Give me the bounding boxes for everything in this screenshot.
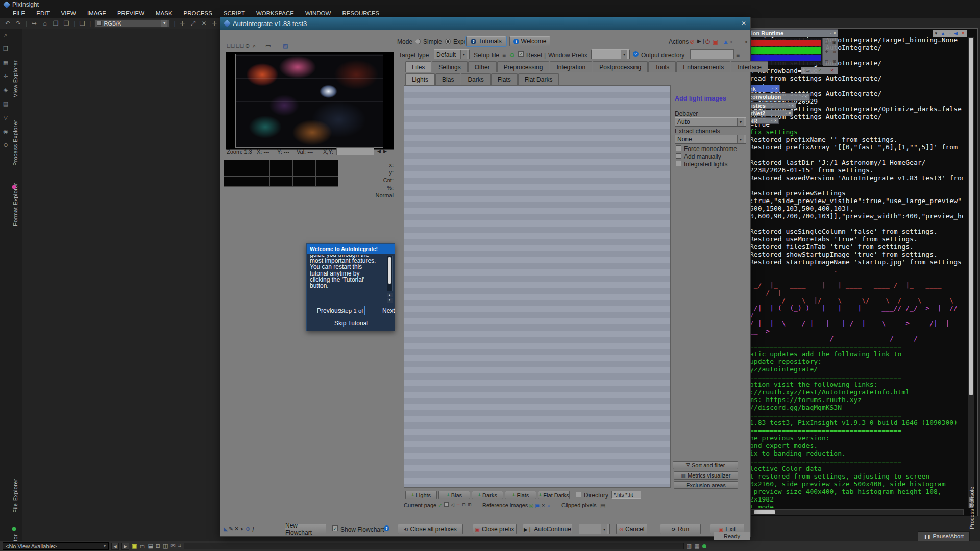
menu-item[interactable]: IMAGE xyxy=(82,10,112,16)
small-icon[interactable]: ⊕ xyxy=(832,49,836,54)
new-flowchart-button[interactable]: New Flowchart xyxy=(285,524,326,534)
apply-icon[interactable]: ✓ xyxy=(818,68,822,73)
close-all-prefixes-button[interactable]: ⟲ Close all prefixes xyxy=(398,524,463,534)
function-icon[interactable]: ƒ xyxy=(252,525,255,532)
small-icon[interactable]: ❐ xyxy=(825,40,828,45)
pause-abort-button[interactable]: ❚❚ Pause/Abort xyxy=(918,531,970,541)
undo-icon[interactable]: ↶ xyxy=(4,20,11,27)
collapsed-window-convolution[interactable]: convolution ▫✕ xyxy=(747,93,810,101)
question-icon[interactable]: ? xyxy=(384,525,389,531)
up-action-icon[interactable]: ▲ xyxy=(723,38,729,45)
add-manually-checkbox[interactable] xyxy=(676,153,681,159)
tab[interactable]: Bias xyxy=(435,73,460,85)
mode-expert-radio[interactable] xyxy=(445,39,451,44)
clear-icon[interactable]: ✕ xyxy=(234,525,239,532)
question-icon[interactable]: ? xyxy=(633,51,639,57)
tutorials-button[interactable]: ? Tutorials xyxy=(466,36,506,46)
show-flowchart-label[interactable]: Show Flowchart xyxy=(340,526,384,533)
close-icon[interactable]: ✕ xyxy=(961,31,965,36)
copy-icon[interactable]: ❐ xyxy=(63,20,70,27)
force-monochrome-checkbox[interactable] xyxy=(676,145,681,151)
extract-channels-select[interactable]: None ▾ xyxy=(675,135,746,144)
tab[interactable]: Darks xyxy=(461,73,490,85)
preview-area[interactable] xyxy=(226,52,394,150)
restore-icon[interactable]: ▫ xyxy=(786,111,787,115)
metrics-visualizer-button[interactable]: ▥ Metrics visualizer xyxy=(674,471,738,480)
browse-icon[interactable]: ≡ xyxy=(736,52,740,59)
tab[interactable]: Enhancements xyxy=(676,61,730,72)
page-back-icon[interactable]: ◁ xyxy=(451,502,454,507)
reset-checkbox[interactable]: ✓ xyxy=(518,51,524,57)
duplicate-icon[interactable]: ❐ xyxy=(52,20,59,27)
menu-item[interactable]: PROCESS xyxy=(178,10,218,16)
file-filter-input[interactable]: *.fits *.fit xyxy=(611,491,641,499)
ref-clear-icon[interactable]: × xyxy=(542,502,545,508)
tab[interactable]: Flat Darks xyxy=(518,73,559,85)
process-console-side-tab[interactable]: Process Console xyxy=(969,469,978,546)
columns-icon[interactable]: ◫ xyxy=(163,543,168,549)
home-icon[interactable]: ⌂ xyxy=(41,20,48,27)
autocontinue-button[interactable]: ▶❘ AutoContinue xyxy=(523,524,572,534)
startup-image[interactable] xyxy=(235,54,383,148)
diamond-icon[interactable]: ◈ xyxy=(2,87,9,93)
menu-item[interactable]: RESOURCES xyxy=(336,10,385,16)
cancel-button[interactable]: ⊘ Cancel xyxy=(616,524,647,534)
next-page-icon[interactable]: ▶ xyxy=(383,148,387,154)
clipped-pixels-icon[interactable]: ▤ xyxy=(600,502,605,509)
triangle-icon[interactable]: ▽ xyxy=(2,114,9,121)
dock-up-icon[interactable]: ▲ xyxy=(941,31,945,36)
power-icon[interactable]: ⏻ xyxy=(705,38,710,45)
collapsed-window-runtime[interactable]: tion Runtime ▫✕ xyxy=(747,29,838,37)
panel-right-icon[interactable]: ▥ xyxy=(687,543,692,549)
run-button[interactable]: ⟳ Run xyxy=(660,524,701,534)
target-type-select[interactable]: Default ▾ xyxy=(434,49,470,59)
cancel-icon[interactable]: ✕ xyxy=(830,68,834,73)
move-tool-icon[interactable]: ✛ xyxy=(2,73,9,80)
collapsed-window-starnet[interactable]: irNet2 ▫✕ xyxy=(747,110,793,116)
minimize-icon[interactable]: — xyxy=(739,38,745,45)
image-icon[interactable]: ❏ xyxy=(79,20,86,27)
menu-item[interactable]: WINDOW xyxy=(300,10,336,16)
grid-small-icon[interactable]: ⊞ xyxy=(156,543,160,549)
sidebar-tab-file-explorer[interactable]: File Explorer xyxy=(12,452,20,513)
window-action-icon[interactable]: ▫ xyxy=(730,38,732,45)
small-icon[interactable]: ▣ xyxy=(832,40,837,45)
tab[interactable]: Tools xyxy=(648,61,676,72)
exclusion-areas-button[interactable]: Exclusion areas xyxy=(674,481,738,489)
welcome-button[interactable]: i Welcome xyxy=(509,36,550,46)
tab[interactable]: Lights xyxy=(405,73,435,85)
page-expand-icon[interactable]: ⊞ xyxy=(468,502,472,507)
close-icon[interactable]: ✕ xyxy=(804,95,807,99)
search-icon[interactable]: ⌕ xyxy=(2,32,9,38)
add-images-button[interactable]: + Lights xyxy=(405,491,437,499)
integrated-lights-checkbox[interactable] xyxy=(676,161,681,166)
channel-selector[interactable]: RGB/K ▾ xyxy=(94,19,170,28)
menu-item[interactable]: WORKSPACE xyxy=(251,10,300,16)
zoom-fit-icon[interactable]: ⌕ xyxy=(253,43,256,49)
panel-icon[interactable]: ▤ xyxy=(2,101,9,107)
menu-item[interactable]: EDIT xyxy=(31,10,55,16)
page-collapse-icon[interactable]: ⊟ xyxy=(462,502,466,507)
autocontinue-select[interactable]: ▾ xyxy=(579,524,610,534)
grid-icon[interactable]: ▦ xyxy=(2,59,9,66)
mosaic-icon[interactable]: ▨ xyxy=(283,43,288,49)
directory-checkbox[interactable] xyxy=(576,492,581,497)
integrated-lights-label[interactable]: Integrated lights xyxy=(684,161,727,168)
console-vertical-scrollbar[interactable]: ▲ ▼ xyxy=(968,37,974,508)
zoom-11-icon[interactable]: ⊙ xyxy=(245,43,250,49)
menu-item[interactable]: MASK xyxy=(150,10,178,16)
next-button[interactable]: Next xyxy=(382,307,395,314)
file-menu-icon[interactable]: ≡ xyxy=(502,52,506,59)
prev-page-icon[interactable]: ◀ xyxy=(377,148,381,154)
chevron-down-icon[interactable]: ▾ xyxy=(935,31,937,36)
mode-simple-label[interactable]: Simple xyxy=(423,38,442,45)
page-checkbox[interactable] xyxy=(444,502,449,507)
highlight-icon[interactable]: ▣ xyxy=(132,543,137,549)
output-directory-input[interactable] xyxy=(690,49,734,59)
pan-icon[interactable]: ✛ xyxy=(211,20,218,27)
cancel-action-icon[interactable]: ⊘ xyxy=(690,38,695,45)
collapsed-window-statistics[interactable]: tistics ▫✕ xyxy=(747,102,796,109)
tab[interactable]: Interface xyxy=(731,61,768,72)
restore-icon[interactable]: ▫ xyxy=(789,104,790,108)
add-images-button[interactable]: + Darks xyxy=(472,491,503,499)
